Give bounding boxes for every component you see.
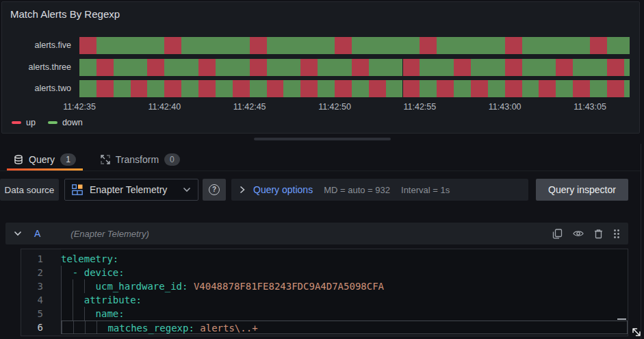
time-axis-tick: 11:43:05: [574, 102, 606, 112]
timeline-segment-up: [147, 59, 164, 76]
timeline-segment-up: [250, 59, 267, 76]
timeline-segment-up: [131, 80, 148, 97]
timeline-row-label: alerts.two: [2, 80, 71, 97]
timeline-segment-up: [539, 80, 556, 97]
timeline-segment-up: [198, 59, 216, 76]
timeline-segment-down: [522, 59, 556, 76]
timeline-segment-up: [420, 37, 437, 54]
timeline-segment-up: [335, 37, 352, 54]
tab-transform-label: Transform: [116, 154, 159, 165]
timeline-segment-up: [233, 80, 250, 97]
timeline-segment-down: [522, 80, 539, 97]
drag-query-handle[interactable]: [613, 229, 620, 239]
timeline-row-track: [79, 80, 630, 97]
time-axis: 11:42:3511:42:4011:42:4511:42:5011:42:55…: [79, 102, 630, 113]
timeline-segment-down: [96, 37, 164, 54]
interval-meta: Interval = 1s: [401, 185, 450, 195]
timeline-segment-up: [96, 80, 114, 97]
legend-swatch: [12, 121, 21, 124]
timeline-segment-down: [318, 80, 335, 97]
panel-title: Match Alerts By Regexp: [10, 8, 120, 20]
time-axis-tick: 11:42:45: [233, 102, 266, 112]
eye-icon: [573, 229, 584, 238]
timeline-segment-up: [352, 59, 369, 76]
timeline-segment-down: [624, 80, 630, 97]
pane-right-border: [641, 144, 641, 339]
indent-guide: [84, 307, 85, 321]
datasource-help-button[interactable]: ?: [203, 179, 226, 201]
toggle-query-visibility-button[interactable]: [573, 229, 584, 238]
delete-query-button[interactable]: [594, 229, 603, 239]
timeline-segment-up: [573, 80, 590, 97]
time-axis-tick: 11:42:55: [403, 102, 436, 112]
datasource-row: Data source Enapter Telemetry ? Query op…: [0, 179, 644, 201]
code-line: telemetry:: [61, 252, 628, 266]
timeline-segment-up: [250, 37, 267, 54]
timeline-segment-down: [352, 80, 369, 97]
editor-gutter: 123456: [21, 249, 61, 336]
timeline-segment-up: [607, 59, 624, 76]
timeline-segment-up: [403, 59, 420, 76]
yaml-query-editor[interactable]: 123456 telemetry: - device: ucm_hardware…: [21, 249, 628, 336]
legend-swatch: [48, 121, 57, 124]
datasource-label: Data source: [0, 179, 59, 201]
code-line: attribute:: [61, 293, 628, 307]
timeline-segment-down: [471, 59, 505, 76]
timeline-segment-down: [556, 80, 573, 97]
timeline-row-label: alerts.three: [2, 59, 71, 76]
timeline-segment-up: [300, 59, 318, 76]
tab-transform-count-badge: 0: [164, 153, 180, 166]
legend-item-down[interactable]: down: [48, 118, 83, 127]
indent-guide: [73, 307, 73, 321]
time-axis-tick: 11:42:40: [148, 102, 181, 112]
yaml-value: alerts\..+: [200, 323, 257, 334]
query-options-toggle[interactable]: Query options: [240, 184, 313, 195]
indent-guide: [61, 293, 62, 307]
active-tab-underline: [7, 168, 83, 171]
timeline-segment-down: [79, 59, 96, 76]
timeline-segment-up: [590, 37, 607, 54]
timeline-row-track: [79, 37, 630, 54]
collapse-query-button[interactable]: [14, 231, 22, 236]
timeline-segment-up: [335, 80, 352, 97]
indent-guide: [73, 293, 73, 307]
timeline-segment-up: [454, 59, 471, 76]
grip-dots-icon: [613, 229, 620, 239]
yaml-value: V4048878F81FE8243FDC9A4D7A5098CFA: [194, 281, 384, 292]
timeline-segment-up: [437, 80, 454, 97]
timeline-segment-up: [607, 80, 624, 97]
datasource-picker[interactable]: Enapter Telemetry: [64, 179, 198, 201]
timeline-segment-down: [267, 59, 301, 76]
indent-guide: [73, 279, 73, 293]
legend-item-up[interactable]: up: [12, 118, 36, 127]
duplicate-query-button[interactable]: [552, 229, 563, 239]
timeline-segment-up: [556, 59, 573, 76]
time-axis-tick: 11:42:50: [318, 102, 351, 112]
code-line: ucm_hardware_id: V4048878F81FE8243FDC9A4…: [61, 279, 628, 293]
query-ref-id: A: [34, 228, 40, 239]
timeline-panel: Match Alerts By Regexp alerts.fivealerts…: [1, 1, 640, 134]
timeline-segment-down: [267, 37, 335, 54]
timeline-segment-up: [164, 80, 181, 97]
grafana-panel-edit-screen: Match Alerts By Regexp alerts.fivealerts…: [0, 0, 644, 339]
indent-guide: [61, 266, 62, 279]
timeline-segment-down: [318, 59, 352, 76]
timeline-segment-down: [573, 59, 607, 76]
yaml-key: ucm_hardware_id:: [61, 281, 194, 292]
timeline-segment-down: [420, 80, 437, 97]
timeline-segment-up: [505, 37, 522, 54]
timeline-segment-down: [164, 59, 198, 76]
datasource-picker-value: Enapter Telemetry: [90, 184, 176, 195]
timeline-segment-down: [147, 80, 164, 97]
timeline-segment-down: [607, 37, 630, 54]
query-inspector-button[interactable]: Query inspector: [536, 179, 628, 201]
timeline-segment-down: [181, 37, 249, 54]
timeline-segment-up: [198, 80, 216, 97]
timeline-segment-down: [369, 59, 403, 76]
timeline-segment-down: [250, 80, 267, 97]
timeline-segment-up: [300, 80, 318, 97]
tab-transform[interactable]: Transform 0: [94, 149, 187, 171]
pane-resize-handle[interactable]: [254, 138, 391, 140]
timeline-segment-down: [624, 59, 630, 76]
tab-query[interactable]: Query 1: [7, 149, 83, 171]
